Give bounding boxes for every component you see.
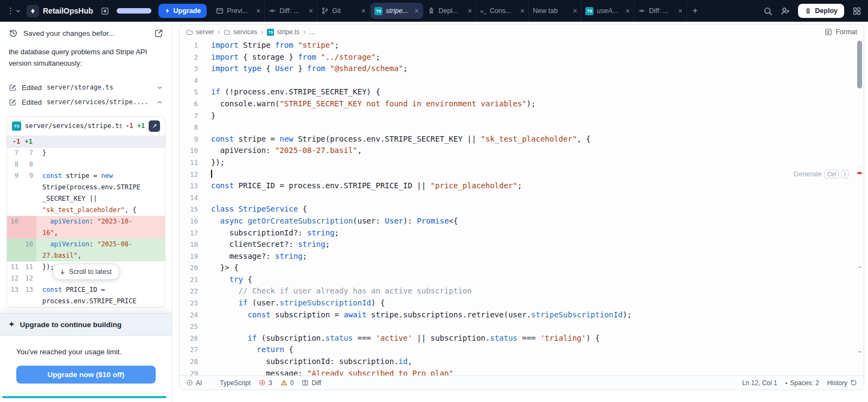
- workspace-menu-button[interactable]: ⋮: [5, 6, 24, 16]
- close-tab-icon[interactable]: ×: [256, 7, 260, 15]
- code-line-9[interactable]: 9const stripe = new Stripe(process.env.S…: [180, 133, 864, 145]
- line-number[interactable]: 2: [180, 52, 198, 63]
- apps-grid-icon[interactable]: [852, 7, 861, 16]
- line-number[interactable]: 1: [180, 40, 198, 52]
- code-line-27[interactable]: 27 return {: [180, 344, 864, 356]
- code-line-23[interactable]: 23 if (user.stripeSubscriptionId) {: [180, 297, 864, 309]
- code-line-18[interactable]: 18 clientSecret?: string;: [180, 239, 864, 251]
- line-number[interactable]: 5: [180, 86, 198, 98]
- code-line-5[interactable]: 5if (!process.env.STRIPE_SECRET_KEY) {: [180, 86, 864, 98]
- line-number[interactable]: 20: [180, 262, 198, 274]
- line-number[interactable]: 18: [180, 239, 198, 251]
- code-line-6[interactable]: 6 console.warn("STRIPE_SECRET_KEY not fo…: [180, 98, 864, 110]
- close-tab-icon[interactable]: ×: [468, 7, 472, 15]
- upgrade-now-button[interactable]: Upgrade now ($10 off): [16, 366, 156, 384]
- invite-user-icon[interactable]: [781, 7, 790, 16]
- tab-stripe[interactable]: TSstripe...×: [371, 3, 423, 19]
- status-error[interactable]: 3: [259, 379, 272, 387]
- line-number[interactable]: 16: [180, 215, 198, 227]
- history-control[interactable]: History: [827, 379, 857, 387]
- code-line-7[interactable]: 7}: [180, 110, 864, 122]
- line-number[interactable]: 3: [180, 63, 198, 75]
- code-line-4[interactable]: 4: [180, 75, 864, 87]
- line-number[interactable]: 9: [180, 133, 198, 145]
- code-line-28[interactable]: 28 subscriptionId: subscription.id,: [180, 356, 864, 368]
- code-line-8[interactable]: 8: [180, 122, 864, 133]
- line-number[interactable]: 4: [180, 75, 198, 87]
- tab-depl[interactable]: Depl...×: [424, 0, 476, 22]
- code-line-2[interactable]: 2import { storage } from "../storage";: [180, 52, 864, 63]
- code-line-25[interactable]: 25: [180, 321, 864, 333]
- scroll-to-latest-button[interactable]: Scroll to latest: [52, 264, 120, 280]
- search-icon[interactable]: [763, 7, 773, 16]
- line-number[interactable]: 11: [180, 157, 198, 169]
- new-tab-button[interactable]: +: [687, 5, 703, 16]
- close-tab-icon[interactable]: ×: [520, 7, 525, 15]
- chevron-up-icon[interactable]: [156, 99, 163, 106]
- open-file-icon[interactable]: ↗: [149, 120, 160, 132]
- breadcrumb-item-item[interactable]: ...: [309, 28, 315, 36]
- edited-file-row-server-services-stripe[interactable]: Editedserver/services/stripe....: [0, 95, 172, 110]
- tab-usea[interactable]: TSuseA...×: [582, 0, 634, 22]
- format-button[interactable]: Format: [825, 28, 857, 36]
- line-number[interactable]: 26: [180, 333, 198, 344]
- line-number[interactable]: 24: [180, 309, 198, 321]
- code-line-16[interactable]: 16 async getOrCreateSubscription(user: U…: [180, 215, 864, 227]
- code-line-12[interactable]: 12GenerateCtrlI: [180, 169, 864, 181]
- tab-cons[interactable]: >_Cons...×: [476, 0, 529, 22]
- breadcrumb-item-services[interactable]: services: [224, 28, 257, 36]
- upgrade-button[interactable]: Upgrade: [158, 4, 207, 18]
- line-number[interactable]: 7: [180, 110, 198, 122]
- chevron-down-icon[interactable]: [156, 84, 163, 91]
- status-braces[interactable]: TypeScript: [210, 379, 251, 387]
- scrollbar-thumb[interactable]: [857, 41, 862, 88]
- line-number[interactable]: 12: [180, 169, 198, 181]
- tab-git[interactable]: Git×: [317, 0, 370, 22]
- code-line-21[interactable]: 21 try {: [180, 274, 864, 286]
- code-line-14[interactable]: 14: [180, 192, 864, 204]
- code-line-15[interactable]: 15class StripeService {: [180, 203, 864, 215]
- close-tab-icon[interactable]: ×: [309, 7, 313, 15]
- tab-previ[interactable]: Previ...×: [212, 0, 265, 22]
- history-icon[interactable]: [9, 29, 18, 38]
- line-number[interactable]: 10: [180, 145, 198, 157]
- share-icon[interactable]: [154, 29, 163, 38]
- close-tab-icon[interactable]: ×: [361, 7, 366, 15]
- close-tab-icon[interactable]: ×: [678, 7, 682, 15]
- line-number[interactable]: 14: [180, 192, 198, 204]
- line-number[interactable]: 6: [180, 98, 198, 110]
- code-line-20[interactable]: 20 }> {: [180, 262, 864, 274]
- breadcrumb-item-stripe-ts[interactable]: TSstripe.ts: [267, 28, 299, 36]
- code-area[interactable]: 1import Stripe from "stripe";2import { s…: [180, 40, 864, 375]
- code-line-1[interactable]: 1import Stripe from "stripe";: [180, 40, 864, 52]
- line-number[interactable]: 27: [180, 344, 198, 356]
- generate-hint[interactable]: GenerateCtrlI: [794, 169, 848, 181]
- line-number[interactable]: 29: [180, 368, 198, 375]
- breadcrumb-item-server[interactable]: server: [186, 28, 214, 36]
- code-line-10[interactable]: 10 apiVersion: "2025-08-27.basil",: [180, 145, 864, 157]
- edited-file-row-server-storage-ts[interactable]: Editedserver/storage.ts: [0, 80, 172, 95]
- status-difffile[interactable]: Diff: [302, 379, 321, 387]
- line-number[interactable]: 25: [180, 321, 198, 333]
- line-number[interactable]: 28: [180, 356, 198, 368]
- code-line-17[interactable]: 17 subscriptionId?: string;: [180, 227, 864, 239]
- status-warning[interactable]: 0: [280, 379, 294, 387]
- code-line-11[interactable]: 11});: [180, 157, 864, 169]
- close-tab-icon[interactable]: ×: [414, 7, 419, 15]
- line-number[interactable]: 13: [180, 180, 198, 192]
- code-line-29[interactable]: 29 message: "Already subscribed to Pro p…: [180, 368, 864, 375]
- code-line-13[interactable]: 13const PRICE_ID = process.env.STRIPE_PR…: [180, 180, 864, 192]
- line-number[interactable]: 15: [180, 203, 198, 215]
- code-line-19[interactable]: 19 message?: string;: [180, 251, 864, 263]
- code-line-3[interactable]: 3import type { User } from "@shared/sche…: [180, 63, 864, 75]
- tab-diff[interactable]: Diff: ...×: [634, 0, 687, 22]
- code-line-24[interactable]: 24 const subscription = await stripe.sub…: [180, 309, 864, 321]
- line-number[interactable]: 21: [180, 274, 198, 286]
- tab-new-tab[interactable]: New tab×: [529, 0, 582, 22]
- cursor-position[interactable]: Ln 12, Col 1: [742, 379, 777, 387]
- line-number[interactable]: 22: [180, 285, 198, 297]
- code-line-26[interactable]: 26 if (subscription.status === 'active' …: [180, 333, 864, 344]
- line-number[interactable]: 19: [180, 251, 198, 263]
- tab-diff[interactable]: Diff: ...×: [265, 0, 317, 22]
- line-number[interactable]: 23: [180, 297, 198, 309]
